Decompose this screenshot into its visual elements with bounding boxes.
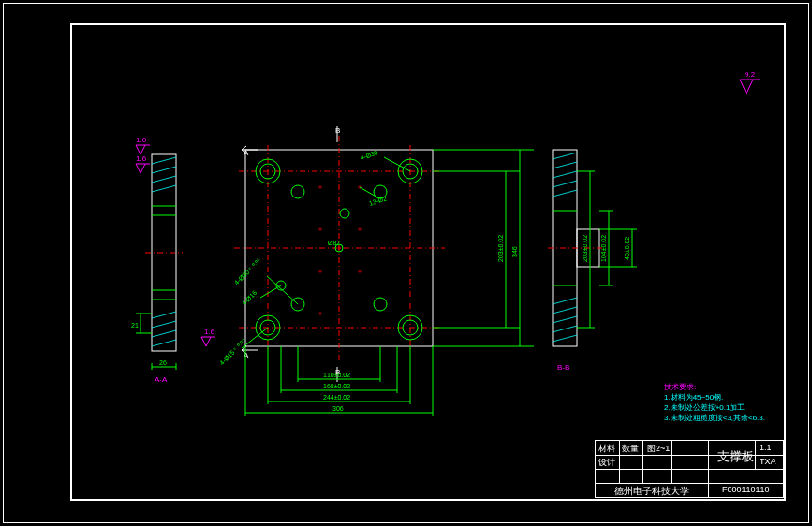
surface-mark-3: 1.6: [201, 328, 215, 346]
callout-4d30: 4-Ø30: [360, 149, 379, 161]
section-mark-b1: B: [335, 126, 340, 135]
svg-line-91: [553, 162, 577, 168]
svg-line-4: [152, 185, 176, 192]
svg-point-44: [374, 298, 387, 311]
section-label-bb: B-B: [557, 363, 569, 372]
svg-line-8: [152, 340, 176, 346]
callout-center: Ø87: [328, 240, 340, 246]
svg-text:1.6: 1.6: [136, 136, 147, 144]
surface-mark-1: 1.6: [136, 136, 150, 154]
svg-line-1: [152, 157, 176, 164]
dim-40: 40±0.02: [624, 237, 630, 260]
svg-line-95: [553, 298, 577, 304]
tb-fig: 图2~1: [647, 443, 670, 455]
tb-org: 德州电子科技大学: [614, 485, 689, 498]
dim-110: 110±0.02: [323, 372, 350, 378]
svg-text:1.6: 1.6: [204, 328, 215, 336]
svg-line-97: [553, 316, 577, 323]
svg-line-5: [152, 312, 176, 318]
svg-line-99: [553, 335, 577, 342]
dim-104: 104±0.02: [600, 235, 607, 262]
svg-line-65: [360, 187, 379, 198]
svg-line-6: [152, 321, 176, 328]
notes-title: 技术要求:: [664, 382, 765, 392]
svg-line-3: [152, 176, 176, 183]
surface-mark-2: 1.6: [136, 154, 150, 173]
section-view-aa: 26 21 A-A 1.6 1.6 1.6: [131, 136, 215, 384]
callout-4d30v: 4-Ø30 ᵛ ⁰·⁰²: [233, 256, 262, 285]
section-view-bb: B-B 203±0.02 104±0.02 40±0.02: [548, 150, 637, 372]
svg-line-2: [152, 167, 176, 173]
dim-168: 168±0.02: [323, 383, 350, 389]
dim-346: 346: [511, 246, 518, 257]
dim-203b: 203±0.02: [582, 235, 588, 262]
svg-point-41: [291, 185, 304, 198]
callout-4d16: 4-Ø16: [241, 289, 258, 307]
svg-line-93: [553, 181, 577, 187]
dim-203: 203±0.02: [497, 235, 504, 262]
tb-dwgno: F000110110: [722, 485, 770, 494]
tb-qty: 数量: [622, 443, 639, 455]
svg-point-46: [340, 209, 349, 218]
tb-title: 支撑板: [717, 448, 754, 465]
dim-26: 26: [159, 359, 167, 366]
technical-notes: 技术要求: 1.材料为45~50钢. 2.未制处公差按+0.1加工. 3.未制处…: [664, 382, 765, 423]
dim-21: 21: [131, 322, 139, 329]
svg-text:9.2: 9.2: [745, 70, 756, 79]
tb-design: 设计: [598, 457, 615, 469]
callout-13d2: 13-Ø2: [368, 195, 388, 207]
svg-line-98: [553, 326, 577, 332]
svg-line-92: [553, 171, 577, 178]
surface-finish-global: 9.2: [740, 70, 760, 94]
svg-line-67: [260, 285, 281, 298]
svg-line-90: [553, 153, 577, 159]
dim-306: 306: [332, 405, 344, 412]
svg-line-66: [267, 276, 298, 304]
svg-line-7: [152, 330, 176, 337]
title-block: 材料 数量 图2~1 设计 支撑板 1:1 TXA 德州电子科技大学 F0001…: [595, 440, 784, 498]
svg-text:1.6: 1.6: [136, 154, 147, 163]
notes-item-2: 2.未制处公差按+0.1加工.: [664, 402, 765, 413]
tb-material: 材料: [598, 443, 615, 455]
notes-item-3: 3.未制处粗糙度按<3,其余<6.3.: [664, 413, 765, 423]
section-label-aa: A-A: [155, 375, 168, 384]
tb-mass: TXA: [760, 457, 776, 466]
dim-244: 244±0.02: [323, 394, 350, 401]
plan-view: Ø87 4-Ø30 13-Ø2 4-Ø30 ᵛ ⁰·⁰² 4-Ø16 4-Ø15…: [218, 126, 534, 416]
notes-item-1: 1.材料为45~50钢.: [664, 392, 765, 402]
tb-scale: 1:1: [760, 443, 772, 452]
svg-line-94: [553, 190, 577, 197]
svg-line-96: [553, 307, 577, 314]
